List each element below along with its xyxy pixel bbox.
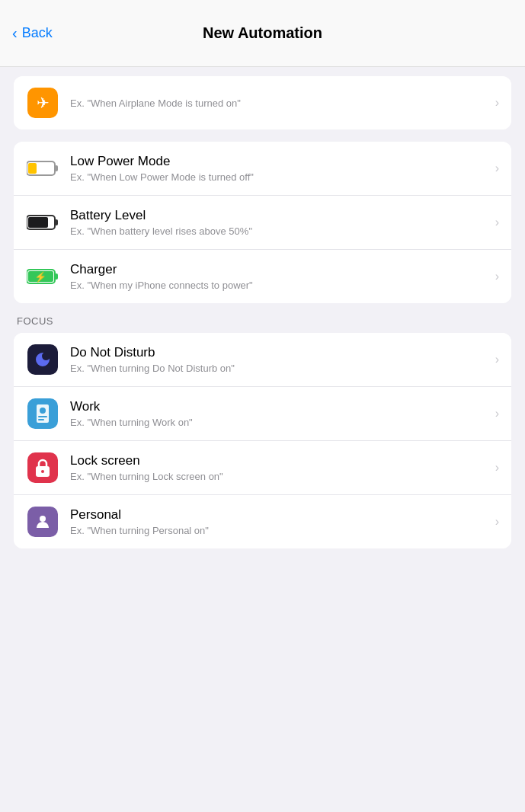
battery-level-subtitle: Ex. "When battery level rises above 50%": [70, 225, 489, 238]
work-title: Work: [70, 398, 489, 415]
do-not-disturb-icon: [26, 343, 59, 376]
low-power-mode-icon: [26, 152, 59, 185]
list-item[interactable]: ✈ Ex. "When Airplane Mode is turned on" …: [14, 76, 511, 129]
charger-text: Charger Ex. "When my iPhone connects to …: [70, 261, 489, 293]
svg-text:⚡: ⚡: [34, 270, 47, 283]
battery-level-text: Battery Level Ex. "When battery level ri…: [70, 207, 489, 238]
back-button[interactable]: ‹ Back: [12, 24, 53, 42]
focus-section: FOCUS Do Not Disturb Ex. "When turning D…: [14, 315, 511, 548]
list-item[interactable]: Do Not Disturb Ex. "When turning Do Not …: [14, 333, 511, 387]
chevron-right-icon: ›: [495, 96, 499, 110]
low-power-mode-subtitle: Ex. "When Low Power Mode is turned off": [70, 171, 489, 184]
lock-screen-text: Lock screen Ex. "When turning Lock scree…: [70, 452, 489, 484]
svg-text:✈: ✈: [37, 94, 50, 111]
page-title: New Automation: [203, 24, 322, 42]
svg-point-18: [40, 516, 46, 522]
do-not-disturb-title: Do Not Disturb: [70, 344, 489, 361]
battery-level-title: Battery Level: [70, 207, 489, 224]
chevron-right-icon: ›: [495, 407, 499, 420]
list-item[interactable]: Low Power Mode Ex. "When Low Power Mode …: [14, 142, 511, 196]
svg-rect-6: [55, 219, 58, 225]
chevron-right-icon: ›: [495, 161, 499, 175]
do-not-disturb-subtitle: Ex. "When turning Do Not Disturb on": [70, 363, 489, 376]
battery-level-icon: [26, 206, 59, 239]
chevron-right-icon: ›: [495, 353, 499, 366]
list-item[interactable]: Work Ex. "When turning Work on" ›: [14, 387, 511, 441]
svg-rect-4: [28, 163, 37, 174]
list-item[interactable]: ⚡ Charger Ex. "When my iPhone connects t…: [14, 250, 511, 303]
list-item[interactable]: Personal Ex. "When turning Personal on" …: [14, 495, 511, 548]
chevron-right-icon: ›: [495, 270, 499, 283]
personal-subtitle: Ex. "When turning Personal on": [70, 525, 489, 538]
personal-icon: [26, 505, 59, 539]
do-not-disturb-text: Do Not Disturb Ex. "When turning Do Not …: [70, 344, 489, 376]
back-chevron-icon: ‹: [12, 24, 18, 42]
battery-section: Low Power Mode Ex. "When Low Power Mode …: [14, 142, 511, 303]
svg-point-17: [41, 470, 44, 473]
work-text: Work Ex. "When turning Work on": [70, 398, 489, 430]
partial-item-text: Ex. "When Airplane Mode is turned on": [70, 96, 489, 110]
svg-rect-7: [28, 217, 48, 228]
list-item[interactable]: Battery Level Ex. "When battery level ri…: [14, 196, 511, 250]
svg-rect-15: [38, 419, 44, 420]
lock-screen-subtitle: Ex. "When turning Lock screen on": [70, 471, 489, 484]
work-subtitle: Ex. "When turning Work on": [70, 417, 489, 430]
charger-icon: ⚡: [26, 260, 59, 293]
chevron-right-icon: ›: [495, 461, 499, 475]
chevron-right-icon: ›: [495, 216, 499, 229]
personal-title: Personal: [70, 507, 489, 523]
content-area: ✈ Ex. "When Airplane Mode is turned on" …: [0, 76, 525, 548]
focus-card-group: Do Not Disturb Ex. "When turning Do Not …: [14, 333, 511, 548]
focus-section-label: FOCUS: [14, 315, 511, 327]
low-power-mode-title: Low Power Mode: [70, 153, 489, 170]
svg-rect-14: [38, 416, 47, 417]
low-power-mode-text: Low Power Mode Ex. "When Low Power Mode …: [70, 153, 489, 184]
personal-text: Personal Ex. "When turning Personal on": [70, 507, 489, 538]
svg-rect-9: [55, 273, 58, 280]
airplane-mode-icon: ✈: [26, 86, 59, 120]
partial-card-group: ✈ Ex. "When Airplane Mode is turned on" …: [14, 76, 511, 129]
lock-screen-icon: [26, 451, 59, 484]
svg-point-13: [40, 408, 46, 414]
svg-rect-3: [55, 165, 58, 171]
work-icon: [26, 397, 59, 430]
list-item[interactable]: Lock screen Ex. "When turning Lock scree…: [14, 441, 511, 495]
charger-subtitle: Ex. "When my iPhone connects to power": [70, 280, 489, 293]
lock-screen-title: Lock screen: [70, 452, 489, 469]
header: ‹ Back New Automation: [0, 0, 525, 67]
battery-card-group: Low Power Mode Ex. "When Low Power Mode …: [14, 142, 511, 303]
back-label: Back: [22, 25, 53, 41]
charger-title: Charger: [70, 261, 489, 278]
chevron-right-icon: ›: [495, 515, 499, 529]
partial-item-subtitle: Ex. "When Airplane Mode is turned on": [70, 98, 489, 110]
